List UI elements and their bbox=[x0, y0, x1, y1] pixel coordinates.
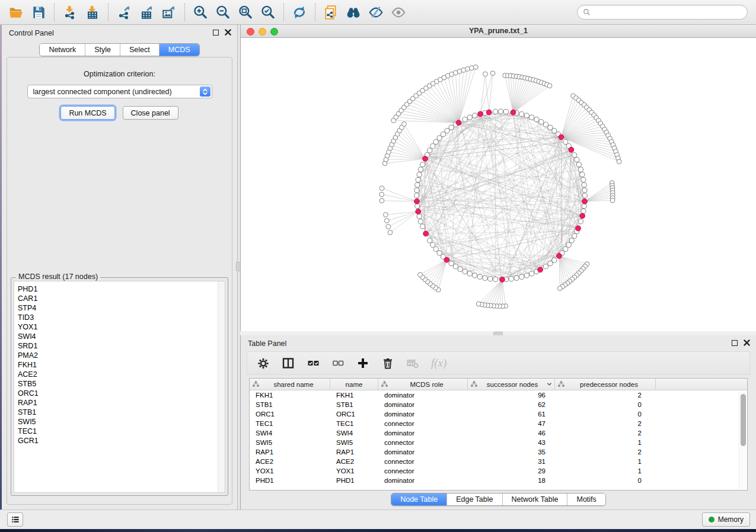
create-column-icon bbox=[356, 357, 369, 370]
export-network-button[interactable] bbox=[113, 2, 135, 23]
tab-select[interactable]: Select bbox=[120, 44, 160, 56]
list-icon bbox=[11, 515, 20, 524]
mcds-result-node[interactable]: CAR1 bbox=[14, 294, 225, 303]
show-hide-columns-button[interactable] bbox=[282, 357, 295, 370]
table-tab-edge-table[interactable]: Edge Table bbox=[447, 493, 502, 505]
zoom-out-icon bbox=[215, 5, 231, 20]
export-table-button[interactable] bbox=[135, 2, 158, 23]
network-graph-canvas[interactable] bbox=[241, 39, 756, 331]
run-mcds-button[interactable]: Run MCDS bbox=[60, 106, 114, 120]
mcds-list-scrollbar[interactable] bbox=[218, 281, 225, 492]
tab-mcds[interactable]: MCDS bbox=[160, 44, 199, 56]
first-neighbors-button[interactable] bbox=[342, 2, 365, 23]
optimization-criterion-select[interactable]: largest connected component (undirected) bbox=[27, 85, 212, 98]
deselect-all-rows-button[interactable] bbox=[331, 357, 344, 370]
table-cell: connector bbox=[378, 457, 468, 466]
save-session-button[interactable] bbox=[27, 2, 50, 23]
search-input[interactable] bbox=[594, 8, 742, 17]
new-network-from-selection-button[interactable] bbox=[320, 2, 342, 23]
zoom-selected-button[interactable] bbox=[257, 2, 279, 23]
mcds-result-node[interactable]: YOX1 bbox=[14, 322, 225, 332]
table-row[interactable]: RAP1RAP1dominator352 bbox=[250, 447, 747, 457]
table-row[interactable]: SWI4SWI4dominator462 bbox=[250, 428, 747, 438]
table-mode-gear-button[interactable] bbox=[257, 357, 270, 370]
table-cell: 0 bbox=[555, 400, 656, 409]
network-search-box[interactable] bbox=[577, 5, 748, 20]
open-file-button[interactable] bbox=[5, 2, 27, 23]
table-row[interactable]: STB1STB1dominator620 bbox=[250, 400, 747, 409]
table-row[interactable]: PHD1PHD1dominator180 bbox=[250, 476, 747, 485]
mcds-result-node[interactable]: TEC1 bbox=[14, 427, 225, 436]
table-panel-title: Table Panel bbox=[248, 339, 286, 348]
import-table-from-file-button[interactable] bbox=[81, 2, 104, 23]
table-tab-motifs[interactable]: Motifs bbox=[567, 493, 605, 505]
table-cell: 35 bbox=[468, 447, 555, 457]
mcds-result-node[interactable]: RAP1 bbox=[14, 398, 225, 408]
table-scrollbar-thumb[interactable] bbox=[741, 394, 746, 446]
horizontal-splitter[interactable] bbox=[240, 331, 756, 335]
hide-selection-button[interactable] bbox=[365, 2, 387, 23]
node-table[interactable]: shared namenameMCDS rolesuccessor nodesp… bbox=[249, 378, 748, 491]
float-table-panel-icon[interactable] bbox=[732, 340, 738, 346]
table-row[interactable]: YOX1YOX1connector291 bbox=[250, 466, 747, 476]
column-header-name[interactable]: name bbox=[330, 379, 378, 390]
table-scrollbar[interactable] bbox=[739, 391, 747, 489]
table-panel: Table Panel f(x) shared namenameMCDS rol… bbox=[240, 335, 756, 509]
network-graph[interactable] bbox=[241, 39, 756, 331]
mcds-result-node[interactable]: PMA2 bbox=[14, 351, 225, 360]
table-cell: STB1 bbox=[250, 400, 330, 409]
column-header-shared-name[interactable]: shared name bbox=[250, 379, 330, 390]
show-all-button[interactable] bbox=[387, 2, 410, 23]
close-panel-button[interactable]: Close panel bbox=[123, 106, 178, 120]
column-header-successor-nodes[interactable]: successor nodes bbox=[468, 379, 555, 390]
memory-button[interactable]: Memory bbox=[702, 512, 750, 527]
create-column-button[interactable] bbox=[356, 357, 369, 370]
select-all-rows-button[interactable] bbox=[307, 357, 320, 370]
show-panels-list-button[interactable] bbox=[7, 512, 23, 527]
table-row[interactable]: SWI5SWI5connector431 bbox=[250, 438, 747, 447]
mcds-result-list[interactable]: PHD1CAR1STP4TID3YOX1SWI4SRD1PMA2FKH1ACE2… bbox=[14, 281, 225, 493]
delete-columns-button[interactable] bbox=[381, 357, 394, 370]
mcds-result-node[interactable]: SWI5 bbox=[14, 417, 225, 427]
first-neighbors-icon bbox=[346, 5, 361, 20]
mcds-result-node[interactable]: ORC1 bbox=[14, 389, 225, 398]
column-header-predecessor-nodes[interactable]: predecessor nodes bbox=[555, 379, 656, 390]
table-row[interactable]: ACE2ACE2connector311 bbox=[250, 457, 747, 466]
mcds-result-node[interactable]: STB1 bbox=[14, 408, 225, 417]
mcds-result-node[interactable]: SWI4 bbox=[14, 332, 225, 341]
zoom-out-button[interactable] bbox=[212, 2, 234, 23]
sort-descending-icon bbox=[547, 382, 552, 386]
zoom-in-button[interactable] bbox=[189, 2, 212, 23]
memory-status-dot bbox=[709, 517, 714, 523]
mcds-result-node[interactable]: STP4 bbox=[14, 303, 225, 313]
mcds-result-node[interactable]: PHD1 bbox=[14, 284, 225, 294]
export-image-icon bbox=[161, 5, 177, 20]
mcds-result-node[interactable]: STB5 bbox=[14, 379, 225, 389]
mcds-result-node[interactable]: SRD1 bbox=[14, 341, 225, 351]
mcds-result-node[interactable]: ACE2 bbox=[14, 370, 225, 379]
tab-network[interactable]: Network bbox=[40, 44, 85, 56]
table-row[interactable]: TEC1TEC1connector472 bbox=[250, 419, 747, 428]
export-image-button[interactable] bbox=[158, 2, 180, 23]
column-header-MCDS-role[interactable]: MCDS role bbox=[378, 379, 468, 390]
table-cell: 96 bbox=[468, 390, 555, 400]
zoom-fit-content-button[interactable] bbox=[234, 2, 257, 23]
import-table-from-file-icon bbox=[85, 5, 100, 20]
table-tab-node-table[interactable]: Node Table bbox=[391, 493, 447, 505]
table-row[interactable]: FKH1FKH1dominator962 bbox=[250, 390, 747, 400]
import-network-from-file-button[interactable] bbox=[59, 2, 81, 23]
refresh-view-button[interactable] bbox=[288, 2, 311, 23]
network-window-titlebar[interactable]: YPA_prune.txt_1 bbox=[241, 25, 756, 38]
table-row[interactable]: ORC1ORC1dominator610 bbox=[250, 409, 747, 419]
node-table-body: FKH1FKH1dominator962STB1STB1dominator620… bbox=[250, 390, 747, 485]
show-all-icon bbox=[391, 5, 406, 20]
mcds-result-node[interactable]: GCR1 bbox=[14, 436, 225, 446]
close-table-panel-icon[interactable] bbox=[744, 339, 750, 346]
mcds-result-node[interactable]: TID3 bbox=[14, 313, 225, 322]
mcds-result-node[interactable]: FKH1 bbox=[14, 360, 225, 370]
table-tab-network-table[interactable]: Network Table bbox=[503, 493, 568, 505]
tab-style[interactable]: Style bbox=[85, 44, 120, 56]
close-panel-icon[interactable] bbox=[225, 29, 231, 36]
float-panel-icon[interactable] bbox=[213, 30, 219, 36]
table-cell: 46 bbox=[468, 428, 555, 438]
